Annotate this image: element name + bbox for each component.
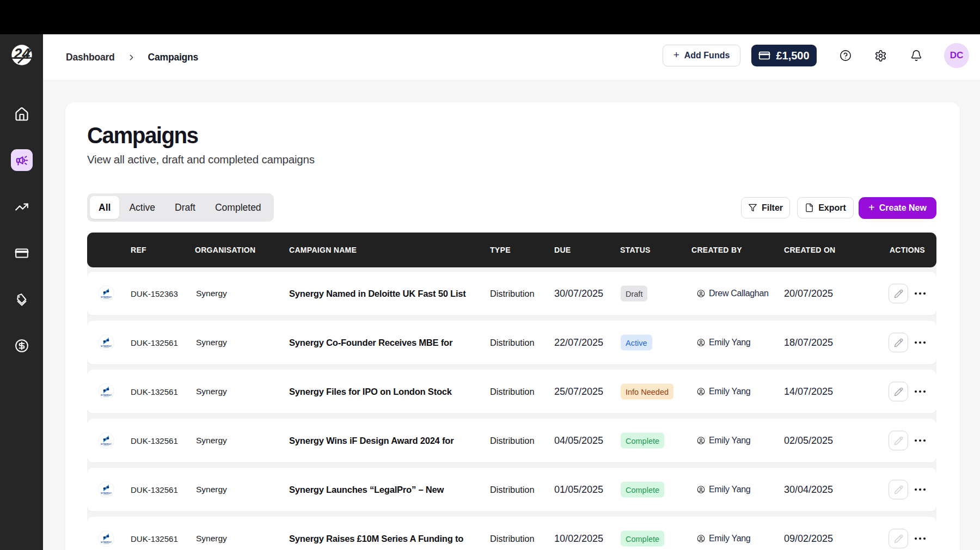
svg-text:SYNERGY: SYNERGY bbox=[101, 492, 112, 494]
svg-text:SYNERGY: SYNERGY bbox=[101, 541, 112, 543]
svg-text:SYNERGY: SYNERGY bbox=[101, 345, 112, 347]
svg-text:SYNERGY: SYNERGY bbox=[101, 443, 112, 445]
svg-text:SYNERGY: SYNERGY bbox=[101, 394, 112, 396]
svg-text:SYNERGY: SYNERGY bbox=[101, 296, 112, 298]
